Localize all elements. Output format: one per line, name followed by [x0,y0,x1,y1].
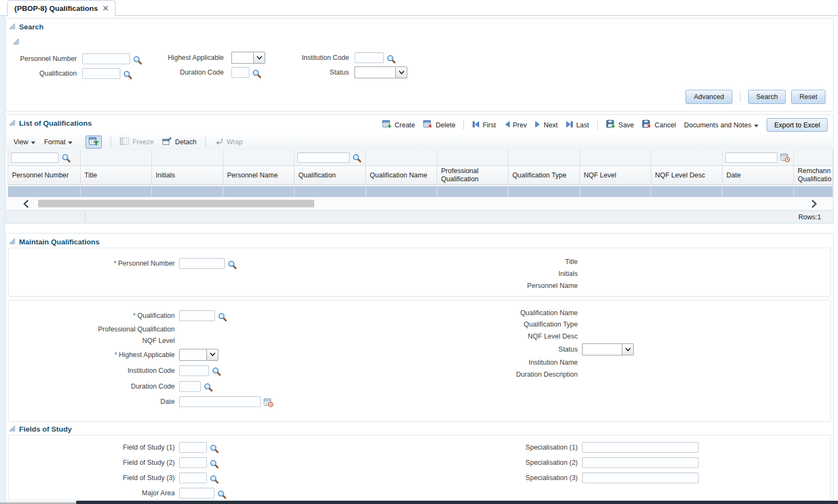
column-header-title[interactable]: Title [81,165,152,185]
table-row-selected[interactable] [8,186,833,197]
table-cell[interactable] [366,186,437,197]
column-header-qualification[interactable]: Qualification [295,165,366,185]
search-button[interactable]: Search [748,90,786,104]
maintain-highest-applicable-select[interactable] [179,349,218,361]
table-cell[interactable] [437,186,509,197]
duration-code-input[interactable] [231,67,249,78]
datetime-picker-icon[interactable] [264,398,273,407]
qualification-input[interactable] [82,68,120,79]
freeze-button[interactable]: Freeze [120,137,154,147]
column-header-personnel-number[interactable]: Personnel Number [8,165,81,185]
duration-code-label: Duration Code [9,383,175,390]
table-cell[interactable] [509,186,580,197]
status-select[interactable] [354,66,407,78]
institution-code-input[interactable] [354,52,384,63]
disclosure-triangle-icon[interactable] [13,38,19,46]
maintain-qualification-input[interactable] [179,310,215,321]
specialisation-1-input[interactable] [582,442,699,453]
field-of-study-1-input[interactable] [179,442,207,453]
lookup-icon[interactable] [62,153,71,163]
lookup-icon[interactable] [210,475,219,484]
disclosure-triangle-icon[interactable] [9,119,15,127]
advanced-button[interactable]: Advanced [686,90,732,104]
field-of-study-3-input[interactable] [179,472,207,483]
lookup-icon[interactable] [252,69,261,78]
detach-button[interactable]: Detach [162,137,197,147]
column-header-remchann-qualification[interactable]: Remchann Qualificatio [794,165,833,185]
view-menu[interactable]: View [14,138,35,146]
filter-date-input[interactable] [725,152,778,163]
column-header-professional-qualification[interactable]: Professional Qualification [437,165,509,185]
nqf-level-label: NQF Level [9,337,175,345]
table-cell[interactable] [152,186,223,197]
column-header-date[interactable]: Date [723,165,794,185]
column-header-initials[interactable]: Initials [152,165,223,185]
datetime-picker-icon[interactable] [780,153,790,162]
column-header-nqf-level-desc[interactable]: NQF Level Desc [651,165,723,185]
major-area-input[interactable] [179,488,215,499]
save-button[interactable]: Save [606,120,634,131]
filter-personnel-number-input[interactable] [11,152,59,163]
documents-and-notes-menu[interactable]: Documents and Notes [684,121,759,129]
lookup-icon[interactable] [123,70,132,79]
highest-applicable-select[interactable] [231,52,265,64]
next-button[interactable]: Next [535,121,558,130]
table-cell[interactable] [8,186,81,197]
filter-qualification-input[interactable] [297,152,350,163]
cancel-button[interactable]: Cancel [642,120,676,131]
table-cell[interactable] [723,186,794,197]
lookup-icon[interactable] [204,383,213,392]
scroll-left-icon[interactable] [22,200,29,208]
filter-cell-qualification [295,150,366,165]
first-button[interactable]: First [472,121,496,130]
lookup-icon[interactable] [387,54,396,64]
delete-button[interactable]: Delete [423,120,455,131]
maintain-date-input[interactable] [179,396,261,407]
maintain-status-select[interactable] [582,343,634,355]
maintain-duration-code-input[interactable] [179,381,201,392]
lookup-icon[interactable] [352,153,362,163]
query-by-example-toggle[interactable] [85,136,102,149]
disclosure-triangle-icon[interactable] [9,238,15,246]
table-cell[interactable] [580,186,651,197]
create-button[interactable]: Create [382,120,415,131]
field-of-study-2-input[interactable] [179,457,207,468]
table-cell[interactable] [794,186,833,197]
scroll-right-icon[interactable] [811,200,818,208]
disclosure-triangle-icon[interactable] [9,23,15,31]
table-cell[interactable] [295,186,366,197]
lookup-icon[interactable] [228,260,237,269]
personnel-number-input[interactable] [82,53,130,64]
lookup-icon[interactable] [217,490,227,499]
tab-qualifications[interactable]: {PBOP-8} Qualifications [7,0,115,16]
field-of-study-2-label: Field of Study (2) [9,459,175,466]
table-cell[interactable] [651,186,723,197]
column-header-qualification-type[interactable]: Qualification Type [509,165,580,185]
prev-button[interactable]: Prev [504,121,527,130]
scrollbar-track[interactable] [33,199,808,208]
table-cell[interactable] [81,186,152,197]
disclosure-triangle-icon[interactable] [9,425,15,433]
maintain-personnel-number-input[interactable] [179,258,225,269]
wrap-button[interactable]: Wrap [215,137,243,147]
close-icon[interactable] [103,5,108,11]
maintain-institution-code-input[interactable] [179,365,209,376]
lookup-icon[interactable] [210,459,219,469]
lookup-icon[interactable] [218,312,227,322]
specialisation-3-label: Specialisation (3) [384,474,578,482]
column-header-qualification-name[interactable]: Qualification Name [366,165,437,185]
reset-button[interactable]: Reset [791,90,825,104]
specialisation-2-input[interactable] [582,457,699,468]
delete-label: Delete [436,121,455,129]
table-cell[interactable] [223,186,295,197]
column-header-nqf-level[interactable]: NQF Level [580,165,651,185]
format-menu[interactable]: Format [44,138,73,146]
column-header-personnel-name[interactable]: Personnel Name [223,165,295,185]
scrollbar-thumb[interactable] [38,200,314,207]
export-to-excel-button[interactable]: Export to Excel [767,118,828,132]
lookup-icon[interactable] [212,367,221,376]
search-panel: Search Personnel Number Qualification Hi… [5,18,834,112]
last-button[interactable]: Last [566,121,589,130]
specialisation-3-input[interactable] [582,472,699,483]
lookup-icon[interactable] [210,444,219,453]
